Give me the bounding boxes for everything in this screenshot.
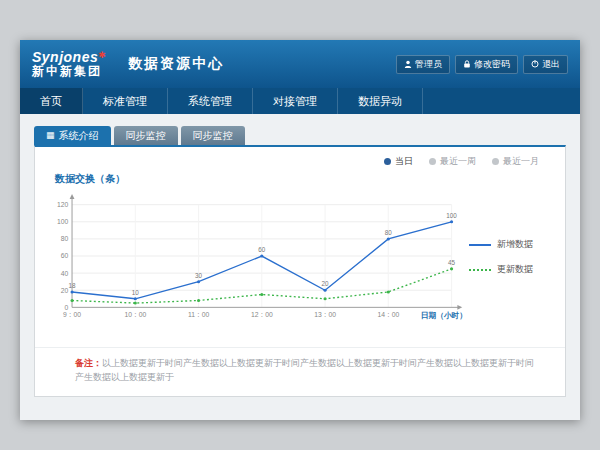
tab-sync-monitor-2[interactable]: 同步监控 <box>181 126 245 145</box>
chart-row: 0204060801001209：0010：0011：0012：0013：001… <box>35 188 565 326</box>
logout-button[interactable]: 退出 <box>523 55 568 74</box>
change-password-label: 修改密码 <box>474 58 510 71</box>
svg-text:30: 30 <box>195 272 202 279</box>
svg-text:120: 120 <box>57 201 69 208</box>
nav-item-interface-mgmt[interactable]: 对接管理 <box>253 88 338 114</box>
chart-svg: 0204060801001209：0010：0011：0012：0013：001… <box>43 188 469 326</box>
logo-wordmark: Synjones✱ <box>32 50 106 65</box>
admin-user-button[interactable]: 管理员 <box>396 55 450 74</box>
tab-system-intro[interactable]: ▦ 系统介绍 <box>34 126 111 145</box>
svg-text:11：00: 11：00 <box>188 311 210 318</box>
grid-icon: ▦ <box>46 131 55 140</box>
legend-last-week[interactable]: 最近一周 <box>429 155 476 168</box>
tab-label: 同步监控 <box>193 129 233 143</box>
series-updated-data[interactable]: 更新数据 <box>469 263 555 276</box>
footnote: 备注：以上数据更新于时间产生数据以上数据更新于时间产生数据以上数据更新于时间产生… <box>35 347 565 396</box>
tab-sync-monitor-1[interactable]: 同步监控 <box>114 126 178 145</box>
svg-text:80: 80 <box>385 229 392 236</box>
logout-icon <box>531 60 539 68</box>
header-actions: 管理员 修改密码 退出 <box>396 55 568 74</box>
svg-text:12：00: 12：00 <box>251 311 273 318</box>
series-legend: 新增数据 更新数据 <box>469 188 565 326</box>
legend-dot <box>384 158 391 165</box>
svg-text:9：00: 9：00 <box>63 311 81 318</box>
nav-item-data-change[interactable]: 数据异动 <box>338 88 423 114</box>
svg-text:0: 0 <box>64 304 68 311</box>
footnote-text: 以上数据更新于时间产生数据以上数据更新于时间产生数据以上数据更新于时间产生数据以… <box>75 358 534 382</box>
logo-company-name: 新中新集团 <box>32 65 106 78</box>
svg-text:60: 60 <box>61 252 69 259</box>
svg-text:60: 60 <box>258 246 265 253</box>
svg-text:20: 20 <box>322 280 329 287</box>
legend-dot <box>429 158 436 165</box>
svg-text:100: 100 <box>446 212 457 219</box>
svg-text:40: 40 <box>61 270 69 277</box>
nav-item-system-mgmt[interactable]: 系统管理 <box>168 88 253 114</box>
svg-text:10：00: 10：00 <box>124 311 146 318</box>
company-logo: Synjones✱ 新中新集团 <box>32 50 106 79</box>
series-label: 更新数据 <box>497 263 533 276</box>
series-label: 新增数据 <box>497 238 533 251</box>
tab-label: 同步监控 <box>126 129 166 143</box>
legend-today[interactable]: 当日 <box>384 155 413 168</box>
svg-text:日期（小时）: 日期（小时） <box>421 311 467 320</box>
lock-icon <box>463 60 471 68</box>
content-area: ▦ 系统介绍 同步监控 同步监控 当日 最近一周 <box>20 114 580 420</box>
svg-text:80: 80 <box>61 235 69 242</box>
svg-text:10: 10 <box>132 289 139 296</box>
y-axis-title: 数据交换（条） <box>55 172 565 186</box>
dotted-line-sample <box>469 269 491 271</box>
svg-text:13：00: 13：00 <box>314 311 336 318</box>
svg-text:20: 20 <box>61 287 69 294</box>
logout-label: 退出 <box>542 58 560 71</box>
nav-item-standard-mgmt[interactable]: 标准管理 <box>83 88 168 114</box>
nav-item-home[interactable]: 首页 <box>20 88 83 114</box>
svg-text:18: 18 <box>69 282 76 289</box>
time-range-legend: 当日 最近一周 最近一月 <box>35 147 565 170</box>
legend-label: 最近一月 <box>503 155 539 168</box>
solid-line-sample <box>469 244 491 246</box>
legend-last-month[interactable]: 最近一月 <box>492 155 539 168</box>
chart-panel: 当日 最近一周 最近一月 数据交换（条） 0204060801001209：00… <box>34 145 566 397</box>
change-password-button[interactable]: 修改密码 <box>455 55 518 74</box>
tab-bar: ▦ 系统介绍 同步监控 同步监控 <box>34 126 566 145</box>
logo-star-icon: ✱ <box>98 50 106 60</box>
legend-label: 当日 <box>395 155 413 168</box>
footnote-prefix: 备注： <box>75 358 102 368</box>
legend-label: 最近一周 <box>440 155 476 168</box>
user-icon <box>404 60 412 68</box>
tab-label: 系统介绍 <box>59 129 99 143</box>
app-header: Synjones✱ 新中新集团 数据资源中心 管理员 修改密码 退出 <box>20 40 580 88</box>
main-nav: 首页 标准管理 系统管理 对接管理 数据异动 <box>20 88 580 114</box>
app-window: Synjones✱ 新中新集团 数据资源中心 管理员 修改密码 退出 首页 标准… <box>20 40 580 420</box>
svg-text:45: 45 <box>448 259 455 266</box>
series-new-data[interactable]: 新增数据 <box>469 238 555 251</box>
svg-text:14：00: 14：00 <box>377 311 399 318</box>
line-chart: 0204060801001209：0010：0011：0012：0013：001… <box>35 188 469 326</box>
page-title: 数据资源中心 <box>128 55 224 73</box>
legend-dot <box>492 158 499 165</box>
svg-text:100: 100 <box>57 218 69 225</box>
admin-user-label: 管理员 <box>415 58 442 71</box>
